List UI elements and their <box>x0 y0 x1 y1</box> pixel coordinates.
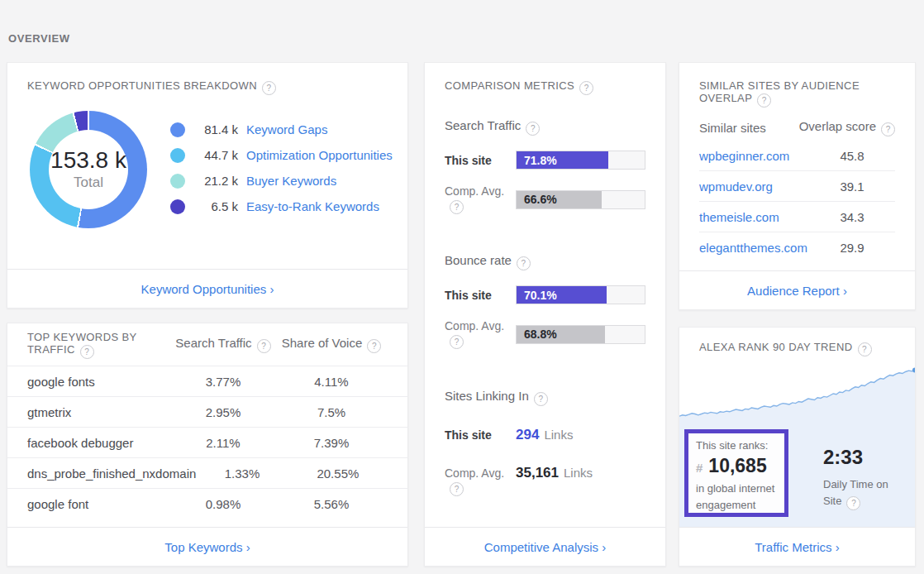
table-row: elegantthemes.com 29.9 <box>699 232 895 262</box>
bar-track: 70.1% <box>516 285 645 304</box>
bar-label: Comp. Avg.? <box>445 184 516 214</box>
similar-site-link[interactable]: themeisle.com <box>699 210 809 224</box>
sites-linking-in-section-label: Sites Linking In? <box>445 389 645 406</box>
legend-value: 81.4 k <box>197 122 238 136</box>
bar-label: Comp. Avg.? <box>445 319 516 349</box>
comparison-metrics-title: COMPARISON METRICS? <box>445 79 645 95</box>
legend-link-buyer-keywords[interactable]: Buyer Keywords <box>246 174 336 188</box>
row-label: This site <box>445 428 516 442</box>
alexa-rank-card: ALEXA RANK 90 DAY TREND? This site ranks… <box>679 327 916 567</box>
dashboard-grid: KEYWORD OPPORTUNITIES BREAKDOWN? 153.8 k… <box>7 62 916 567</box>
help-icon[interactable]: ? <box>534 392 548 406</box>
similar-sites-title-text: SIMILAR SITES BY AUDIENCE OVERLAP <box>699 79 860 104</box>
help-icon[interactable]: ? <box>846 496 860 510</box>
table-row: facebook debugger 2.11% 7.39% <box>7 427 407 457</box>
donut-legend: 81.4 k Keyword Gaps 44.7 k Optimization … <box>170 117 393 219</box>
top-keywords-header: TOP KEYWORDS BY TRAFFIC? Search Traffic?… <box>7 323 407 366</box>
rank-highlight-box: This site ranks: # 10,685 in global inte… <box>684 429 788 517</box>
links-suffix: Links <box>564 466 593 480</box>
global-rank-value: 10,685 <box>708 455 766 477</box>
row-label: Comp. Avg.? <box>445 466 516 496</box>
card-footer: Top Keywords › <box>7 527 407 566</box>
similar-site-link[interactable]: wpbeginner.com <box>699 149 809 163</box>
bar-label-text: Comp. Avg. <box>445 184 504 198</box>
help-icon[interactable]: ? <box>517 256 531 270</box>
this-site-bar-row: This site 70.1% <box>445 285 645 304</box>
similar-site-link[interactable]: wpmudev.org <box>699 179 809 194</box>
similar-sites-title: SIMILAR SITES BY AUDIENCE OVERLAP? <box>699 79 895 108</box>
legend-link-keyword-gaps[interactable]: Keyword Gaps <box>246 122 327 136</box>
legend-link-optimization-opportunities[interactable]: Optimization Opportunities <box>246 148 393 162</box>
keyword-cell: facebook debugger <box>27 436 171 450</box>
help-icon[interactable]: ? <box>858 342 872 356</box>
rank-line: # 10,685 <box>696 455 777 477</box>
links-suffix: Links <box>544 428 573 442</box>
donut-total-value: 153.8 k <box>50 148 126 174</box>
legend-item: 21.2 k Buyer Keywords <box>170 168 393 194</box>
card-footer: Keyword Opportunities › <box>7 269 407 308</box>
competitive-analysis-link[interactable]: Competitive Analysis › <box>484 540 607 554</box>
legend-dot-icon <box>170 148 185 163</box>
help-icon[interactable]: ? <box>257 339 271 353</box>
help-icon[interactable]: ? <box>367 339 381 353</box>
page-title: OVERVIEW <box>8 32 70 45</box>
legend-value: 6.5 k <box>197 199 238 213</box>
alexa-rank-title: ALEXA RANK 90 DAY TREND? <box>699 341 872 356</box>
similar-site-link[interactable]: elegantthemes.com <box>699 241 809 255</box>
comp-avg-bar-row: Comp. Avg.? 68.8% <box>445 319 645 349</box>
bar-track: 71.8% <box>516 151 645 170</box>
bounce-rate-section-label: Bounce rate? <box>445 253 645 270</box>
legend-link-easy-to-rank-keywords[interactable]: Easy-to-Rank Keywords <box>246 199 379 213</box>
help-icon[interactable]: ? <box>450 200 464 214</box>
column-header-text: Share of Voice <box>282 336 363 350</box>
top-keywords-link[interactable]: Top Keywords › <box>164 540 250 554</box>
legend-item: 44.7 k Optimization Opportunities <box>170 142 393 168</box>
help-icon[interactable]: ? <box>262 81 276 95</box>
help-icon[interactable]: ? <box>881 122 895 136</box>
bounce-rate-this-site-bar: 70.1% <box>517 286 607 304</box>
overlap-score-cell: 45.8 <box>809 149 895 163</box>
column-header-search-traffic: Search Traffic? <box>171 336 275 353</box>
bar-label-text: Comp. Avg. <box>445 319 504 332</box>
help-icon[interactable]: ? <box>526 122 540 136</box>
bar-label: This site <box>445 154 516 167</box>
share-of-voice-cell: 7.39% <box>275 436 388 450</box>
column-header-share-of-voice: Share of Voice? <box>275 336 388 353</box>
card-footer: Audience Report › <box>679 270 915 309</box>
help-icon[interactable]: ? <box>579 81 593 95</box>
sites-linking-comp-avg-row: Comp. Avg.? 35,161 Links <box>445 465 645 496</box>
column-header-text: Overlap score <box>799 119 876 133</box>
share-of-voice-cell: 20.55% <box>288 466 388 481</box>
comparison-metrics-title-text: COMPARISON METRICS <box>445 79 574 92</box>
legend-dot-icon <box>170 199 185 214</box>
rank-caption: in global internet engagement <box>696 481 777 514</box>
help-icon[interactable]: ? <box>450 335 464 349</box>
comparison-metrics-card: COMPARISON METRICS? Search Traffic? This… <box>424 62 666 567</box>
legend-item: 81.4 k Keyword Gaps <box>170 117 393 142</box>
alexa-rank-title-text: ALEXA RANK 90 DAY TREND <box>699 341 853 353</box>
keyword-cell: google fonts <box>27 375 171 389</box>
search-traffic-this-site-bar: 71.8% <box>517 151 608 169</box>
help-icon[interactable]: ? <box>450 482 464 496</box>
keyword-cell: dns_probe_finished_nxdomain <box>27 466 196 481</box>
keyword-donut-chart: 153.8 k Total <box>30 111 147 228</box>
keyword-opportunities-card: KEYWORD OPPORTUNITIES BREAKDOWN? 153.8 k… <box>7 62 408 309</box>
keyword-cell: gtmetrix <box>27 405 171 419</box>
table-row: gtmetrix 2.95% 7.5% <box>7 396 407 427</box>
bounce-rate-comp-avg-bar: 68.8% <box>517 326 605 343</box>
table-row: google fonts 3.77% 4.11% <box>7 366 407 396</box>
column-header-text: Search Traffic <box>175 336 251 350</box>
traffic-metrics-link[interactable]: Traffic Metrics › <box>755 540 840 554</box>
column-header-overlap-score: Overlap score? <box>799 119 895 136</box>
keyword-opportunities-link[interactable]: Keyword Opportunities › <box>141 282 274 296</box>
share-of-voice-cell: 5.56% <box>275 497 388 511</box>
search-traffic-cell: 3.77% <box>171 375 275 389</box>
help-icon[interactable]: ? <box>80 345 94 359</box>
search-traffic-section-label: Search Traffic? <box>445 118 645 136</box>
keyword-cell: google font <box>27 497 171 511</box>
audience-report-link[interactable]: Audience Report › <box>747 284 847 298</box>
search-traffic-cell: 1.33% <box>196 466 288 481</box>
section-label-text: Search Traffic <box>445 118 521 132</box>
help-icon[interactable]: ? <box>757 93 771 108</box>
comp-avg-links-value: 35,161 <box>516 465 559 481</box>
